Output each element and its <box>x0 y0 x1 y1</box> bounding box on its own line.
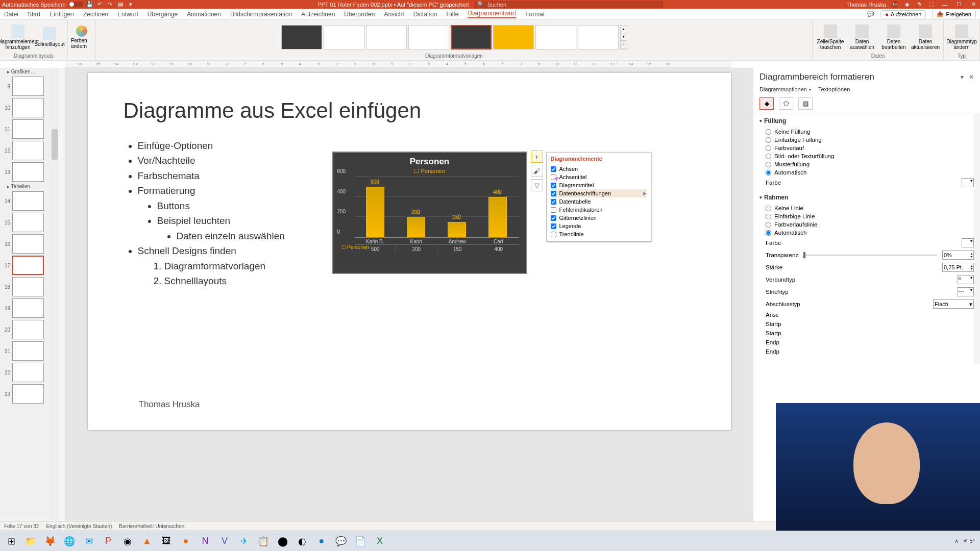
flyout-item-achsen[interactable]: Achsen <box>551 165 647 173</box>
gallery-expand[interactable]: ▴▾⋯ <box>620 25 627 49</box>
border-option[interactable]: Farbverlaufslinie <box>760 220 974 229</box>
pane-dropdown-icon[interactable]: ▾ <box>961 73 964 81</box>
app-icon[interactable]: ● <box>312 532 331 550</box>
border-option[interactable]: Automatisch <box>760 229 974 237</box>
user-name[interactable]: Thomas Hruska <box>846 2 886 8</box>
accessibility-status[interactable]: Barrierefreiheit: Untersuchen <box>119 523 184 529</box>
thumbnail-slide-10[interactable]: 10 <box>0 97 58 118</box>
style-thumb[interactable] <box>578 25 619 49</box>
size-tab[interactable]: ▥ <box>798 97 813 110</box>
add-chart-element-button[interactable]: Diagrammelement hinzufügen <box>3 22 33 53</box>
select-data-button[interactable]: Daten auswählen <box>847 22 877 53</box>
slide-counter[interactable]: Folie 17 von 32 <box>4 523 39 529</box>
chart-styles-button[interactable]: 🖌 <box>531 165 543 177</box>
thumbnail-slide-20[interactable]: 20 <box>0 319 58 340</box>
transparency-slider[interactable] <box>803 255 937 256</box>
app-icon[interactable]: ◉ <box>118 532 137 550</box>
app-icon[interactable]: ● <box>177 532 195 550</box>
draw-icon[interactable]: ✎ <box>916 1 923 8</box>
tab-start[interactable]: Start <box>28 11 40 18</box>
save-icon[interactable]: 💾 <box>86 1 93 8</box>
fill-option[interactable]: Musterfüllung <box>760 160 974 168</box>
thumbnail-slide-16[interactable]: 16 <box>0 233 58 255</box>
tab-übergänge[interactable]: Übergänge <box>148 11 178 18</box>
qat-more-icon[interactable]: ▾ <box>127 1 134 8</box>
thumbnails-scrollbar[interactable] <box>52 68 58 521</box>
tab-format[interactable]: Format <box>525 11 545 18</box>
border-color-picker[interactable] <box>962 238 974 247</box>
telegram-icon[interactable]: ✈ <box>235 532 253 550</box>
tab-bildschirmpräsentation[interactable]: Bildschirmpräsentation <box>230 11 292 18</box>
user-avatar[interactable]: TH <box>891 1 898 8</box>
tab-ansicht[interactable]: Ansicht <box>384 11 404 18</box>
width-input[interactable]: 0,75 Pt.▴▾ <box>942 263 974 272</box>
tab-aufzeichnen[interactable]: Aufzeichnen <box>301 11 335 18</box>
thumbnail-slide-14[interactable]: 14 <box>0 190 58 212</box>
slide-canvas[interactable]: Diagramme aus Excel einfügen Einfüge-Opt… <box>65 68 753 521</box>
fill-option[interactable]: Keine Füllung <box>760 128 974 136</box>
pane-scrollbar[interactable] <box>974 114 980 364</box>
app-icon[interactable]: 📋 <box>254 532 273 550</box>
quick-layout-button[interactable]: Schnelllayout <box>35 22 64 53</box>
fill-option[interactable]: Automatisch <box>760 168 974 177</box>
app-icon[interactable]: 📄 <box>351 532 370 550</box>
thumbnail-slide-22[interactable]: 22 <box>0 362 58 383</box>
thumbnail-slide-13[interactable]: 13 <box>0 161 58 183</box>
tab-entwurf[interactable]: Entwurf <box>117 11 138 18</box>
change-colors-button[interactable]: Farben ändern <box>71 26 92 49</box>
style-thumb-selected[interactable] <box>451 25 492 49</box>
style-thumb[interactable] <box>324 25 364 49</box>
comments-icon[interactable]: 💬 <box>867 11 874 18</box>
thumbnail-slide-11[interactable]: 11 <box>0 118 58 140</box>
border-option[interactable]: Einfarbige Linie <box>760 212 974 220</box>
file-explorer-icon[interactable]: 📁 <box>21 532 40 550</box>
style-thumb[interactable] <box>366 25 407 49</box>
edit-data-button[interactable]: Daten bearbeiten <box>879 22 909 53</box>
thumbnail-slide-12[interactable]: 12 <box>0 140 58 161</box>
tab-überprüfen[interactable]: Überprüfen <box>344 11 375 18</box>
share-button[interactable]: 📤Freigeben <box>932 10 976 18</box>
tab-dictation[interactable]: Dictation <box>413 11 437 18</box>
tab-zeichnen[interactable]: Zeichnen <box>83 11 108 18</box>
pane-close-icon[interactable]: ✕ <box>969 73 974 81</box>
flyout-item-diagrammtitel[interactable]: Diagrammtitel <box>551 181 647 189</box>
flyout-item-fehlerindikatoren[interactable]: Fehlerindikatoren <box>551 206 647 214</box>
diamond-icon[interactable]: ◈ <box>903 1 911 8</box>
chart-styles-gallery[interactable]: ▴▾⋯ <box>281 25 627 49</box>
compound-select[interactable]: ≡ <box>958 275 974 284</box>
flyout-item-legende[interactable]: Legende <box>551 222 647 230</box>
minimize-button[interactable]: — <box>940 0 949 9</box>
tab-datei[interactable]: Datei <box>4 11 18 18</box>
flyout-item-gitternetzlinien[interactable]: Gitternetzlinien <box>551 214 647 222</box>
border-option[interactable]: Keine Linie <box>760 204 974 212</box>
record-button[interactable]: ●Aufzeichnen <box>880 10 926 18</box>
start-button[interactable]: ⊞ <box>2 532 20 550</box>
refresh-data-button[interactable]: Daten aktualisieren <box>911 22 940 53</box>
chart-elements-button[interactable]: + <box>531 151 543 163</box>
fill-option[interactable]: Einfarbige Füllung <box>760 136 974 144</box>
vlc-icon[interactable]: ▲ <box>138 532 156 550</box>
tab-diagrammentwurf[interactable]: Diagrammentwurf <box>468 10 516 18</box>
style-thumb[interactable] <box>535 25 576 49</box>
tray-expand-icon[interactable]: ∧ <box>954 538 959 544</box>
fill-line-tab[interactable]: ◆ <box>760 97 774 110</box>
chrome-icon[interactable]: 🌐 <box>60 532 79 550</box>
flyout-item-datenbeschriftungen[interactable]: Datenbeschriftungen▶ <box>551 189 647 197</box>
chart-options-tab[interactable]: Diagrammoptionen ▾ <box>760 86 811 92</box>
app-icon[interactable]: 🖼 <box>157 532 176 550</box>
thumbnail-slide-9[interactable]: 9 <box>0 76 58 97</box>
powerpoint-icon[interactable]: P <box>99 532 117 550</box>
chart-filter-button[interactable]: ▽ <box>531 179 543 191</box>
flyout-item-achsentitel[interactable]: Achsentitel <box>551 173 647 181</box>
flyout-item-trendlinie[interactable]: Trendlinie <box>551 230 647 238</box>
thumbnail-slide-18[interactable]: 18 <box>0 276 58 297</box>
system-tray[interactable]: ∧ ☀ 5° <box>954 538 978 544</box>
close-button[interactable]: ✕ <box>969 0 978 9</box>
text-options-tab[interactable]: Textoptionen <box>818 86 850 92</box>
thumbnail-slide-21[interactable]: 21 <box>0 340 58 362</box>
visio-icon[interactable]: V <box>215 532 234 550</box>
flyout-item-datentabelle[interactable]: Datentabelle <box>551 197 647 206</box>
fill-section[interactable]: Füllung <box>760 117 974 124</box>
tab-einfügen[interactable]: Einfügen <box>50 11 74 18</box>
tab-animationen[interactable]: Animationen <box>187 11 221 18</box>
